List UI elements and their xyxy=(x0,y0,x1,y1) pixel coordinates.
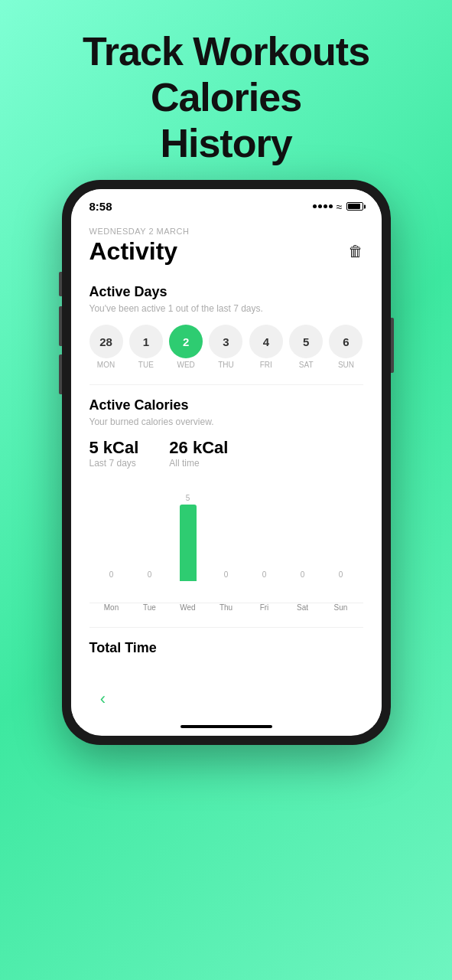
day-label: WED xyxy=(177,361,194,369)
bar-active xyxy=(180,505,197,581)
date-label: WEDNESDAY 2 MARCH xyxy=(89,227,363,236)
phone-btn-power xyxy=(391,318,394,373)
divider-1 xyxy=(89,384,363,385)
day-label: FRI xyxy=(260,361,272,369)
active-days-title: Active Days xyxy=(89,284,363,300)
bar-chart: 0050000 xyxy=(89,481,363,603)
active-calories-subtitle: Your burned calories overview. xyxy=(89,416,363,427)
bar-col: 0 xyxy=(131,481,169,581)
cal-period: Last 7 days xyxy=(89,458,139,469)
day-circle: 4 xyxy=(249,325,283,358)
day-circle: 1 xyxy=(129,325,163,358)
battery-icon xyxy=(346,202,363,211)
screen-content: WEDNESDAY 2 MARCH Activity 🗑 Active Days… xyxy=(71,219,382,678)
bar-day-label: Sun xyxy=(322,603,360,612)
status-icons: ≈ xyxy=(313,201,363,213)
bar-day-label: Wed xyxy=(169,603,207,612)
day-label: SAT xyxy=(299,361,314,369)
day-item[interactable]: 28MON xyxy=(89,325,123,369)
divider-2 xyxy=(89,627,363,628)
day-label: THU xyxy=(218,361,234,369)
headline: Track Workouts Calories History xyxy=(83,29,369,166)
back-button[interactable]: ‹ xyxy=(89,685,117,713)
day-item[interactable]: 3THU xyxy=(209,325,242,369)
trash-icon[interactable]: 🗑 xyxy=(348,243,363,260)
total-time-section: Total Time xyxy=(89,640,363,656)
day-item[interactable]: 1TUE xyxy=(129,325,163,369)
day-circle: 2 xyxy=(169,325,203,358)
active-days-subtitle: You've been active 1 out of the last 7 d… xyxy=(89,303,363,314)
days-row: 28MON1TUE2WED3THU4FRI5SAT6SUN xyxy=(89,325,363,369)
wifi-icon: ≈ xyxy=(337,201,343,213)
cal-stat: 26 kCalAll time xyxy=(169,438,228,469)
bar-value-label: 5 xyxy=(186,494,190,502)
phone-btn-mute xyxy=(59,272,62,296)
bar-col: 0 xyxy=(93,481,131,581)
bar-col: 5 xyxy=(169,481,207,581)
bar-day-label: Mon xyxy=(93,603,131,612)
total-time-title: Total Time xyxy=(89,640,363,656)
day-item[interactable]: 6SUN xyxy=(329,325,363,369)
day-circle: 28 xyxy=(89,325,123,358)
bar-chart-labels: MonTueWedThuFriSatSun xyxy=(89,603,363,612)
phone-wrapper: 8:58 ≈ WEDNESDAY 2 MARCH Activity xyxy=(62,180,391,745)
bar-value-label: 0 xyxy=(301,570,305,579)
day-circle: 3 xyxy=(209,325,242,358)
bar-value-label: 0 xyxy=(148,570,152,579)
cal-value: 5 kCal xyxy=(89,438,139,458)
day-item[interactable]: 4FRI xyxy=(249,325,283,369)
bottom-nav: ‹ xyxy=(71,678,382,725)
status-time: 8:58 xyxy=(89,200,112,213)
day-circle: 5 xyxy=(289,325,323,358)
day-item[interactable]: 2WED xyxy=(169,325,203,369)
active-calories-section: Active Calories Your burned calories ove… xyxy=(89,397,363,612)
bar-col: 0 xyxy=(246,481,284,581)
page-title-row: Activity 🗑 xyxy=(89,237,363,266)
bar-col: 0 xyxy=(322,481,360,581)
active-calories-title: Active Calories xyxy=(89,397,363,413)
bar-day-label: Tue xyxy=(131,603,169,612)
day-label: MON xyxy=(97,361,115,369)
page-title: Activity xyxy=(89,237,178,266)
phone-btn-vol-down xyxy=(59,354,62,394)
day-circle: 6 xyxy=(329,325,363,358)
bar-value-label: 0 xyxy=(339,570,343,579)
day-label: SUN xyxy=(338,361,354,369)
bar-col: 0 xyxy=(284,481,322,581)
phone-screen: 8:58 ≈ WEDNESDAY 2 MARCH Activity xyxy=(71,189,382,736)
calories-stats: 5 kCalLast 7 days26 kCalAll time xyxy=(89,438,363,469)
header-text: Track Workouts Calories History xyxy=(83,29,369,166)
status-bar: 8:58 ≈ xyxy=(71,189,382,219)
bar-day-label: Sat xyxy=(284,603,322,612)
cal-stat: 5 kCalLast 7 days xyxy=(89,438,139,469)
bar-value-label: 0 xyxy=(262,570,267,579)
phone-btn-vol-up xyxy=(59,306,62,346)
bar-day-label: Fri xyxy=(246,603,284,612)
day-item[interactable]: 5SAT xyxy=(289,325,323,369)
signal-icon xyxy=(313,204,333,208)
back-chevron-icon: ‹ xyxy=(100,689,106,709)
bar-col: 0 xyxy=(207,481,246,581)
day-label: TUE xyxy=(138,361,154,369)
cal-value: 26 kCal xyxy=(169,438,228,458)
cal-period: All time xyxy=(169,458,228,469)
bar-value-label: 0 xyxy=(109,570,114,579)
active-days-section: Active Days You've been active 1 out of … xyxy=(89,284,363,369)
bar-value-label: 0 xyxy=(224,570,229,579)
home-indicator xyxy=(180,725,272,728)
bar-day-label: Thu xyxy=(207,603,246,612)
